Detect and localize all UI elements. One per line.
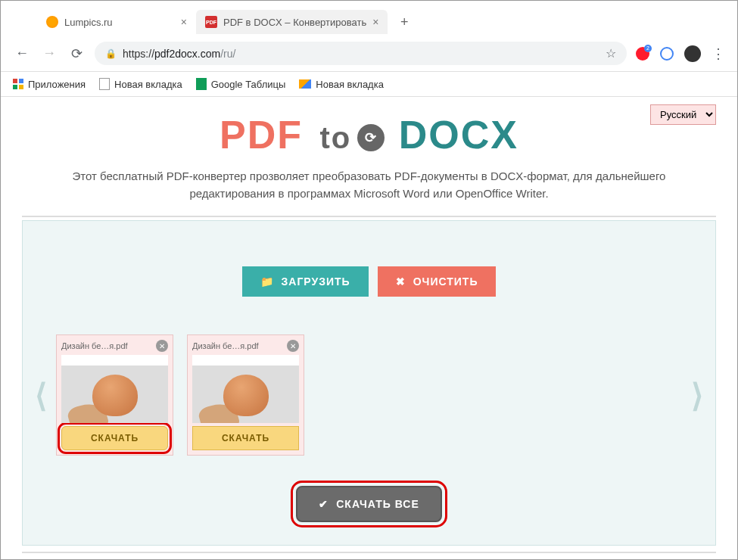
divider [22, 552, 716, 553]
pdf-favicon-icon: PDF [205, 16, 217, 28]
bookmarks-bar: Приложения Новая вкладка Google Таблицы … [1, 72, 737, 97]
upload-button[interactable]: 📁 ЗАГРУЗИТЬ [242, 266, 369, 297]
download-all-button[interactable]: ✔ СКАЧАТЬ ВСЕ [296, 486, 441, 522]
remove-file-icon[interactable]: ✕ [287, 340, 299, 352]
file-name: Дизайн бе…я.pdf [192, 341, 259, 350]
action-buttons: 📁 ЗАГРУЗИТЬ ✖ ОЧИСТИТЬ [32, 266, 706, 297]
file-thumbnail [61, 355, 168, 423]
times-icon: ✖ [396, 275, 406, 288]
bookmark-label: Google Таблицы [211, 79, 286, 90]
address-row: ← → ⟳ 🔒 https://pdf2docx.com/ru/ ☆ 2 ⋮ [1, 36, 737, 72]
bookmark-label: Новая вкладка [114, 79, 182, 90]
apps-icon [13, 79, 23, 89]
upload-label: ЗАГРУЗИТЬ [282, 275, 350, 288]
bookmark-apps[interactable]: Приложения [13, 79, 86, 90]
opera-extension-icon[interactable]: 2 [636, 47, 649, 61]
page-content: Русский PDF to⟳ DOCX Этот бесплатный PDF… [1, 97, 737, 553]
files-area: ⟨ Дизайн бе…я.pdf ✕ СКАЧАТЬ Дизайн бе…я.… [32, 334, 706, 456]
forward-button[interactable]: → [40, 45, 58, 63]
file-name: Дизайн бе…я.pdf [61, 341, 128, 350]
clear-button[interactable]: ✖ ОЧИСТИТЬ [378, 266, 497, 297]
logo-docx: DOCX [399, 113, 518, 157]
logo-pdf: PDF [220, 113, 303, 157]
download-all-label: СКАЧАТЬ ВСЕ [336, 498, 419, 510]
remove-file-icon[interactable]: ✕ [156, 340, 168, 352]
download-file-button[interactable]: СКАЧАТЬ [192, 426, 299, 450]
download-file-button[interactable]: СКАЧАТЬ [61, 426, 168, 450]
file-header: Дизайн бе…я.pdf ✕ [192, 340, 299, 355]
folder-icon: 📁 [260, 275, 274, 288]
carousel-right-arrow[interactable]: ⟩ [688, 377, 706, 414]
toolbar-icons: 2 ⋮ [636, 45, 725, 62]
document-icon [99, 78, 110, 90]
file-card: Дизайн бе…я.pdf ✕ СКАЧАТЬ [56, 334, 173, 456]
bookmark-newtab-2[interactable]: Новая вкладка [299, 79, 384, 90]
divider [22, 216, 716, 217]
file-card: Дизайн бе…я.pdf ✕ СКАЧАТЬ [187, 334, 304, 456]
file-header: Дизайн бе…я.pdf ✕ [61, 340, 168, 355]
tab-bar: Lumpics.ru × PDF PDF в DOCX – Конвертиро… [1, 1, 737, 36]
back-button[interactable]: ← [13, 45, 31, 63]
convert-arrow-icon: ⟳ [357, 124, 385, 151]
url-text: https://pdf2docx.com/ru/ [123, 48, 599, 60]
bookmark-sheets[interactable]: Google Таблицы [196, 78, 286, 90]
tab-pdf2docx[interactable]: PDF PDF в DOCX – Конвертировать × [196, 10, 388, 34]
carousel-left-arrow[interactable]: ⟨ [32, 377, 50, 414]
files-list: Дизайн бе…я.pdf ✕ СКАЧАТЬ Дизайн бе…я.pd… [56, 334, 682, 456]
site-logo: PDF to⟳ DOCX [1, 104, 737, 168]
image-icon [299, 79, 311, 89]
bookmark-label: Новая вкладка [316, 79, 384, 90]
converter-area: 📁 ЗАГРУЗИТЬ ✖ ОЧИСТИТЬ ⟨ Дизайн бе…я.pdf… [22, 220, 716, 546]
close-tab-icon[interactable]: × [372, 16, 378, 28]
download-all-wrap: ✔ СКАЧАТЬ ВСЕ [32, 486, 706, 522]
sheets-icon [196, 78, 207, 90]
new-tab-button[interactable]: + [394, 11, 415, 33]
lock-icon: 🔒 [105, 48, 117, 59]
tab-title: PDF в DOCX – Конвертировать [223, 17, 366, 28]
bookmark-label: Приложения [28, 79, 86, 90]
opera-badge: 2 [644, 45, 652, 52]
close-tab-icon[interactable]: × [181, 16, 187, 28]
bookmark-star-icon[interactable]: ☆ [606, 46, 616, 61]
file-thumbnail [192, 355, 299, 423]
tab-title: Lumpics.ru [64, 17, 113, 28]
globe-extension-icon[interactable] [660, 47, 674, 61]
address-bar[interactable]: 🔒 https://pdf2docx.com/ru/ ☆ [95, 42, 627, 65]
bookmark-newtab-1[interactable]: Новая вкладка [99, 78, 182, 90]
language-dropdown[interactable]: Русский [650, 104, 716, 125]
check-icon: ✔ [319, 498, 329, 510]
site-description: Этот бесплатный PDF-конвертер прозволяет… [1, 168, 737, 216]
tab-lumpics[interactable]: Lumpics.ru × [37, 10, 196, 34]
clear-label: ОЧИСТИТЬ [413, 275, 478, 288]
lumpics-favicon-icon [46, 16, 58, 28]
profile-avatar[interactable] [684, 45, 701, 62]
language-selector[interactable]: Русский [650, 104, 716, 125]
browser-menu-icon[interactable]: ⋮ [712, 45, 725, 62]
reload-button[interactable]: ⟳ [67, 45, 86, 63]
logo-to: to [319, 121, 351, 154]
